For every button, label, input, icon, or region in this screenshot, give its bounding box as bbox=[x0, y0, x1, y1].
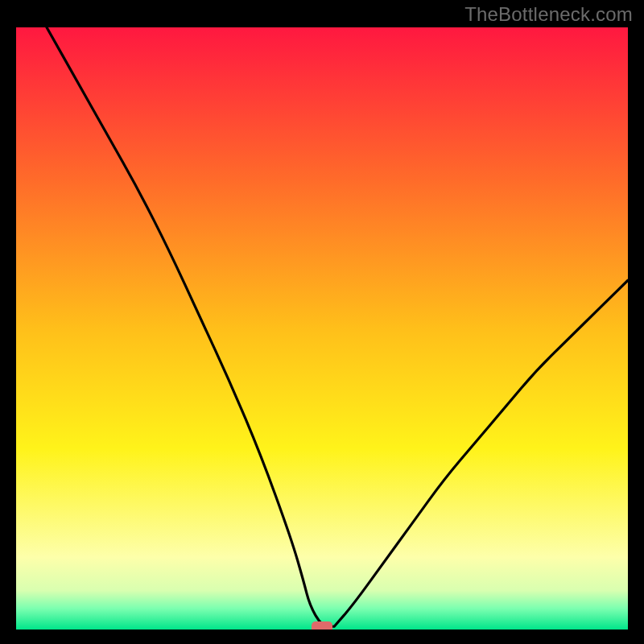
chart-marker bbox=[312, 621, 332, 630]
plot-area bbox=[16, 27, 628, 630]
watermark-text: TheBottleneck.com bbox=[464, 3, 633, 26]
chart-background bbox=[16, 27, 628, 630]
chart-svg bbox=[16, 27, 628, 630]
chart-frame: TheBottleneck.com bbox=[0, 0, 644, 644]
